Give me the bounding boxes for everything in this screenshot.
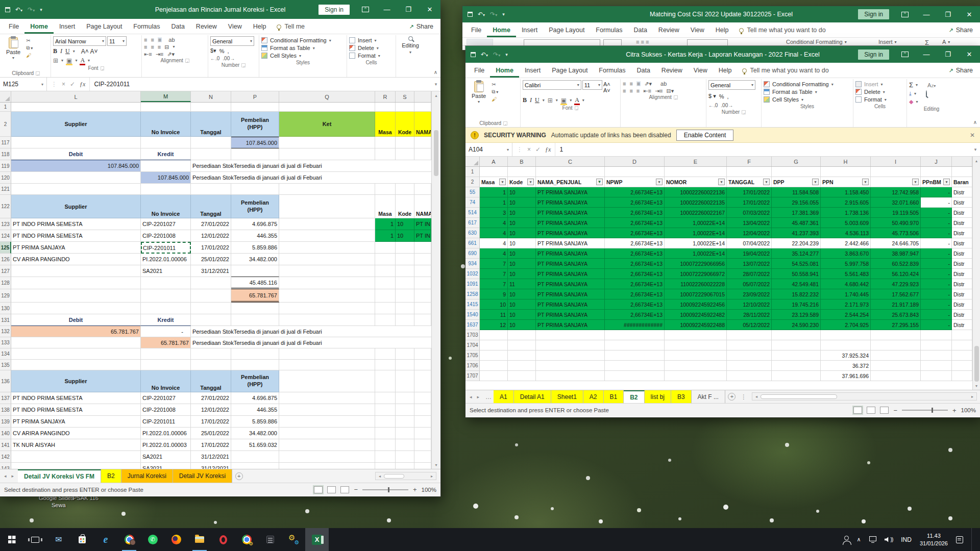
cell[interactable]: 1,00022E+14 xyxy=(665,218,727,228)
cell[interactable] xyxy=(11,265,141,277)
row-header-132[interactable]: 132 xyxy=(0,326,11,337)
fill-button[interactable]: ⤓▾ xyxy=(909,90,954,97)
cell[interactable] xyxy=(375,303,396,314)
percent-icon[interactable]: % xyxy=(719,93,724,99)
increase-indent-icon[interactable]: ⇥≡ xyxy=(156,52,164,57)
cell[interactable]: 24.646.705 xyxy=(871,238,921,248)
cell[interactable]: PT INDO PRIMA SEMESTA xyxy=(11,404,141,416)
insert-cells-button[interactable]: Insert▾ xyxy=(349,37,394,43)
sheet-tab-b2[interactable]: B2 xyxy=(624,390,644,403)
cell[interactable]: 10 xyxy=(508,228,536,238)
cell[interactable]: 12 xyxy=(480,320,508,330)
cell[interactable] xyxy=(414,370,431,392)
cell[interactable]: 45.487.361 xyxy=(772,218,821,228)
cell[interactable]: CIP-2201027 xyxy=(141,392,191,404)
sheet-tab-jurnal-koreksi[interactable]: Jurnal Koreksi xyxy=(121,469,173,483)
row-header-139[interactable]: 139 xyxy=(0,416,11,428)
cell[interactable] xyxy=(141,160,191,172)
cell[interactable]: Distr xyxy=(952,259,972,269)
menu-tab-page-layout[interactable]: Page Layout xyxy=(543,23,590,37)
cell[interactable]: Distr xyxy=(952,248,972,259)
cell[interactable] xyxy=(191,137,231,148)
cell[interactable]: PT PRIMA SANJAYA xyxy=(536,228,605,238)
cell[interactable] xyxy=(414,254,431,265)
cell[interactable] xyxy=(396,254,414,265)
cell[interactable] xyxy=(772,340,821,350)
cell[interactable] xyxy=(508,361,536,371)
cell[interactable]: 25/01/2022 xyxy=(191,428,231,439)
font-color-icon[interactable]: A xyxy=(575,96,579,104)
cell[interactable] xyxy=(279,103,375,112)
cell[interactable] xyxy=(11,184,141,195)
cell[interactable]: PT PRIMA SANJAYA xyxy=(536,279,605,289)
cell[interactable]: 2,66734E+13 xyxy=(605,238,665,248)
menu-tab-file[interactable]: File xyxy=(3,20,24,34)
cell[interactable] xyxy=(11,348,141,360)
sheet-tab-b2[interactable]: B2 xyxy=(101,469,121,483)
cell[interactable]: - xyxy=(921,320,952,330)
cell[interactable] xyxy=(231,103,279,112)
align-left-icon[interactable]: ≡ xyxy=(623,88,626,93)
cell[interactable]: 12.742.958 xyxy=(871,187,921,197)
cell[interactable]: PT PRIMA SANJAYA xyxy=(536,289,605,299)
cell[interactable] xyxy=(821,340,871,350)
merge-center-icon[interactable]: ⊟▾ xyxy=(667,88,674,93)
redo-icon[interactable]: ↷▾ xyxy=(493,51,500,58)
cell[interactable]: 11.584.508 xyxy=(772,187,821,197)
row-header-1705[interactable]: 1705 xyxy=(465,350,480,361)
underline-button[interactable]: U xyxy=(65,47,70,55)
cell[interactable]: CV ARIRA PANGINDO xyxy=(11,428,141,439)
cell[interactable]: No Invoice xyxy=(141,370,191,392)
zoom-in-icon[interactable]: + xyxy=(952,407,957,414)
share-button[interactable]: Share xyxy=(402,20,440,34)
column-header-G[interactable]: G xyxy=(772,157,821,166)
cut-icon[interactable]: ✂ xyxy=(492,82,498,87)
cell[interactable]: 1 xyxy=(480,187,508,197)
cell[interactable] xyxy=(396,265,414,277)
cell[interactable]: 19/04/2022 xyxy=(727,248,772,259)
cell[interactable] xyxy=(375,137,396,148)
cell[interactable]: 21.917.189 xyxy=(871,299,921,310)
cell[interactable]: 1,00022E+14 xyxy=(665,248,727,259)
menu-tab-help[interactable]: Help xyxy=(710,23,734,37)
cell[interactable]: - xyxy=(921,218,952,228)
menu-tab-page-layout[interactable]: Page Layout xyxy=(81,20,128,34)
cell[interactable] xyxy=(665,350,727,361)
sheet-tab-list-bj[interactable]: list bj xyxy=(645,390,671,403)
cell[interactable] xyxy=(11,303,141,314)
cell[interactable] xyxy=(414,103,431,112)
cell[interactable] xyxy=(414,148,431,160)
cell[interactable]: ▾ xyxy=(871,177,921,187)
cell[interactable]: 10 xyxy=(396,230,414,242)
paste-button[interactable]: Paste▾ xyxy=(3,36,23,61)
row-header-138[interactable]: 138 xyxy=(0,404,11,416)
cell[interactable] xyxy=(772,330,821,340)
menu-tab-data[interactable]: Data xyxy=(165,20,190,34)
sheet-tab-a1[interactable]: A1 xyxy=(494,390,514,403)
cell[interactable]: 2,66734E+13 xyxy=(605,218,665,228)
row-header-1706[interactable]: 1706 xyxy=(465,361,480,371)
redo-icon[interactable]: ↷▾ xyxy=(28,6,35,13)
cell-styles-button[interactable]: Cell Styles▾ xyxy=(764,96,851,103)
cell[interactable]: NPWP▾ xyxy=(605,177,665,187)
cell[interactable] xyxy=(279,404,375,416)
align-bottom-icon[interactable]: ≡ xyxy=(636,81,641,86)
cell[interactable] xyxy=(480,330,508,340)
editing-group-button[interactable]: Editing ▾ xyxy=(398,36,423,55)
cell[interactable] xyxy=(605,167,665,177)
cell[interactable]: 1.158.450 xyxy=(821,187,871,197)
cancel-icon[interactable]: × xyxy=(62,81,65,88)
tray-expand-icon[interactable]: ∧ xyxy=(857,536,861,543)
cell[interactable] xyxy=(952,167,972,177)
cell[interactable]: 3 xyxy=(480,208,508,218)
filter-dropdown-icon[interactable]: ▾ xyxy=(943,179,950,185)
enter-icon[interactable]: ✓ xyxy=(535,146,541,153)
zoom-slider[interactable] xyxy=(902,410,948,411)
new-sheet-button[interactable]: + xyxy=(232,469,246,483)
filter-dropdown-icon[interactable]: ▾ xyxy=(862,179,869,185)
cell[interactable] xyxy=(279,451,375,463)
cell[interactable] xyxy=(921,330,952,340)
cell[interactable] xyxy=(279,360,375,370)
cell[interactable]: 2,66734E+13 xyxy=(605,248,665,259)
ribbon-display-options-icon[interactable]: ^ xyxy=(894,46,916,63)
